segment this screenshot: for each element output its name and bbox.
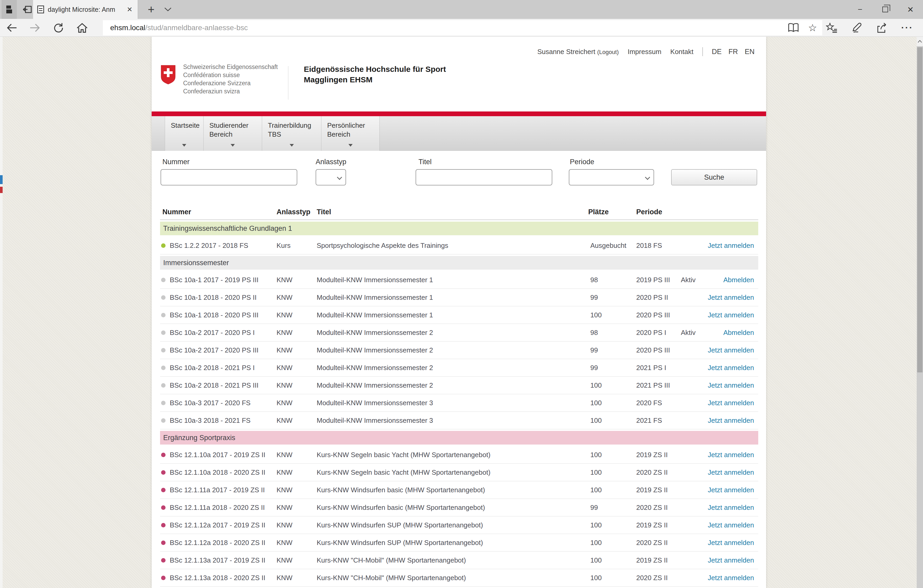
row-action-link[interactable]: Jetzt anmelden — [708, 468, 754, 476]
cell-plaetze: 99 — [588, 504, 636, 512]
share-icon[interactable] — [876, 21, 888, 34]
chevron-down-icon — [182, 144, 186, 147]
close-button[interactable]: ✕ — [898, 0, 923, 19]
cell-anlasstyp: KNW — [276, 399, 317, 407]
cell-anlasstyp: KNW — [276, 276, 317, 284]
restore-button[interactable] — [873, 0, 898, 19]
cell-plaetze: 100 — [588, 521, 636, 529]
cell-plaetze: 100 — [588, 311, 636, 319]
kontakt-link[interactable]: Kontakt — [670, 48, 693, 56]
logout-label[interactable]: (Logout) — [597, 49, 619, 55]
cell-titel: Kurs-KNW Segeln basic Yacht (MHW Sportar… — [317, 451, 588, 459]
row-action-link[interactable]: Jetzt anmelden — [708, 346, 754, 354]
cell-periode: 2019 PS III — [636, 276, 681, 284]
row-action-link[interactable]: Jetzt anmelden — [708, 311, 754, 319]
cell-nummer: BSc 10a-1 2018 - 2020 PS II — [170, 293, 256, 301]
lang-fr[interactable]: FR — [728, 48, 738, 56]
row-action-link[interactable]: Jetzt anmelden — [708, 416, 754, 424]
language-switcher: DE FR EN — [712, 48, 755, 56]
row-action-link[interactable]: Jetzt anmelden — [708, 574, 754, 582]
periode-select[interactable] — [569, 169, 654, 185]
swiss-confederation-logo — [161, 65, 176, 84]
cell-nummer: BSc 12.1.13a 2017 - 2019 ZS II — [170, 556, 265, 564]
background-red-fragment — [0, 187, 3, 193]
tab-bar: daylight Microsite: Anm ✕ + − ✕ — [0, 0, 923, 19]
refresh-button[interactable] — [49, 19, 68, 36]
cell-periode: 2020 ZS II — [636, 504, 681, 512]
cell-plaetze: 100 — [588, 416, 636, 424]
row-action-link[interactable]: Jetzt anmelden — [708, 539, 754, 547]
tab-preview-chevron-icon[interactable] — [161, 0, 175, 19]
web-note-pen-icon[interactable] — [851, 21, 863, 34]
browser-tab[interactable]: daylight Microsite: Anm ✕ — [33, 0, 138, 19]
course-table: Nummer Anlasstyp Titel Plätze Periode Tr… — [160, 205, 758, 587]
suche-button[interactable]: Suche — [671, 169, 757, 185]
nav-tab-startseite[interactable]: Startseite — [165, 116, 203, 151]
cell-nummer: BSc 12.1.10a 2018 - 2020 ZS II — [170, 468, 265, 477]
cell-titel: Modulteil-KNW Immersionssemester 2 — [317, 381, 588, 390]
row-action-link[interactable]: Jetzt anmelden — [708, 521, 754, 529]
user-logout-link[interactable]: Susanne Streichert (Logout) — [537, 48, 619, 56]
scroll-up-arrow-icon[interactable] — [917, 37, 923, 46]
cell-periode: 2021 PS III — [636, 381, 681, 390]
anlasstyp-select[interactable] — [315, 169, 346, 185]
nav-tab-trainerbildung-tbs[interactable]: Trainerbildung TBS — [262, 116, 321, 151]
confederation-wordmark: Schweizerische Eidgenossenschaft Confédé… — [183, 63, 278, 95]
cell-titel: Modulteil-KNW Immersionssemester 1 — [317, 311, 588, 319]
cell-periode: 2020 FS — [636, 399, 681, 407]
row-action-link[interactable]: Jetzt anmelden — [708, 504, 754, 511]
table-row: BSc 12.1.10a 2017 - 2019 ZS II KNW Kurs-… — [160, 446, 758, 464]
home-button[interactable] — [73, 19, 91, 36]
cell-nummer: BSc 10a-2 2018 - 2021 PS I — [170, 364, 255, 372]
row-action-link[interactable]: Jetzt anmelden — [708, 486, 754, 494]
row-action-link[interactable]: Jetzt anmelden — [708, 381, 754, 389]
nummer-input[interactable] — [161, 169, 297, 185]
row-action-link[interactable]: Jetzt anmelden — [708, 293, 754, 301]
page-scrollbar[interactable] — [917, 37, 923, 588]
row-action-link[interactable]: Jetzt anmelden — [708, 364, 754, 372]
hub-favorites-icon[interactable] — [826, 21, 838, 34]
row-action-link[interactable]: Jetzt anmelden — [708, 451, 754, 459]
anlasstyp-label: Anlasstyp — [315, 158, 347, 166]
cell-anlasstyp: KNW — [276, 329, 317, 337]
status-dot-icon — [161, 453, 166, 457]
cell-plaetze: 99 — [588, 346, 636, 354]
cell-periode: 2020 ZS II — [636, 468, 681, 477]
utility-nav: Susanne Streichert (Logout) Impressum Ko… — [537, 47, 755, 56]
nav-tab-studierender-bereich[interactable]: Studierender Bereich — [203, 116, 262, 151]
address-bar[interactable]: ehsm.local/stud/anmeldbare-anlaesse-bsc … — [103, 20, 822, 35]
cell-nummer: BSc 12.1.11a 2017 - 2019 ZS II — [170, 486, 265, 494]
col-header-nummer: Nummer — [160, 208, 276, 216]
status-dot-icon — [161, 383, 166, 388]
lang-de[interactable]: DE — [712, 48, 722, 56]
table-row: BSc 10a-1 2018 - 2020 PS II KNW Modultei… — [160, 289, 758, 306]
row-action-link[interactable]: Jetzt anmelden — [708, 556, 754, 564]
status-dot-icon — [161, 313, 166, 317]
new-tab-button[interactable]: + — [144, 0, 158, 19]
tabs-set-aside-icon[interactable] — [2, 0, 17, 19]
back-button[interactable] — [3, 19, 21, 36]
reading-view-icon[interactable] — [788, 23, 799, 33]
lang-en[interactable]: EN — [745, 48, 755, 56]
nav-tab-persoenlicher-bereich[interactable]: Persönlicher Bereich — [321, 116, 379, 151]
forward-button[interactable] — [26, 19, 44, 36]
row-action-link[interactable]: Abmelden — [723, 276, 754, 284]
tab-close-icon[interactable]: ✕ — [126, 5, 133, 14]
table-section-row: Immersionssemester — [160, 254, 758, 271]
table-row: BSc 1.2.2 2017 - 2018 FS Kurs Sportpsych… — [160, 237, 758, 254]
add-favorite-star-icon[interactable]: ☆ — [808, 23, 817, 33]
scrollbar-thumb[interactable] — [917, 47, 923, 372]
row-action-link[interactable]: Abmelden — [723, 329, 754, 336]
row-action-link[interactable]: Jetzt anmelden — [708, 399, 754, 407]
minimize-button[interactable]: − — [847, 0, 873, 19]
cell-anlasstyp: Kurs — [276, 242, 317, 250]
table-section-row: Ergänzung Sportpraxis — [160, 429, 758, 446]
more-actions-icon[interactable]: ··· — [902, 21, 913, 34]
site-title: Eidgenössische Hochschule für Sport Magg… — [304, 64, 446, 85]
row-action-link[interactable]: Jetzt anmelden — [708, 242, 754, 249]
impressum-link[interactable]: Impressum — [627, 48, 662, 56]
window-controls: − ✕ — [847, 0, 923, 19]
titel-input[interactable] — [416, 169, 552, 185]
cell-nummer: BSc 12.1.10a 2017 - 2019 ZS II — [170, 451, 265, 459]
toolbar-right-icons: ··· — [826, 19, 913, 36]
